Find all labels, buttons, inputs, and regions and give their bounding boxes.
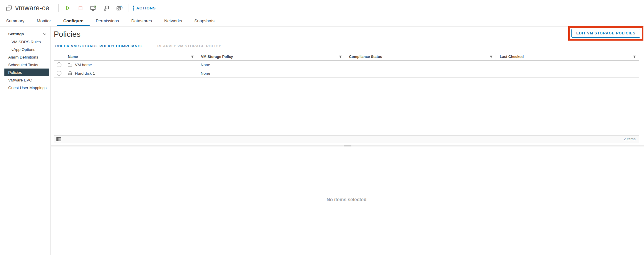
table-row[interactable]: VM home None [54, 61, 639, 69]
tab-permissions[interactable]: Permissions [90, 16, 125, 26]
row-compliance-status [345, 69, 496, 77]
tab-monitor[interactable]: Monitor [31, 16, 57, 26]
tab-configure[interactable]: Configure [57, 16, 89, 26]
configure-sidebar: Settings VM SDRS Rules vApp Options Alar… [0, 26, 51, 255]
row-last-checked [496, 69, 639, 77]
row-vm-storage-policy: None [197, 61, 345, 69]
tab-summary[interactable]: Summary [0, 16, 31, 26]
filter-icon[interactable] [633, 55, 636, 59]
table-header-vm-storage-policy[interactable]: VM Storage Policy [197, 53, 345, 60]
panel-splitter[interactable] [51, 145, 644, 146]
policies-toolbar: CHECK VM STORAGE POLICY COMPLIANCE REAPP… [54, 44, 639, 48]
column-label: Last Checked [500, 55, 524, 59]
row-vm-storage-policy: None [197, 69, 345, 77]
vm-title: vmware-ce [15, 4, 49, 12]
edit-vm-storage-policies-button[interactable]: EDIT VM STORAGE POLICIES [571, 29, 640, 38]
sidebar-item-vm-sdrs-rules[interactable]: VM SDRS Rules [4, 38, 49, 46]
table-header-radio-col [54, 53, 64, 60]
hard-disk-icon [68, 71, 72, 76]
row-name: Hard disk 1 [75, 71, 95, 76]
column-label: Compliance Status [349, 55, 382, 59]
schedule-task-icon[interactable] [115, 4, 124, 12]
column-label: Name [68, 55, 78, 59]
sidebar-item-vapp-options[interactable]: vApp Options [4, 46, 49, 53]
vm-icon [6, 5, 12, 11]
table-footer: 2 items [54, 135, 639, 143]
tab-datastores[interactable]: Datastores [125, 16, 158, 26]
check-compliance-link[interactable]: CHECK VM STORAGE POLICY COMPLIANCE [55, 44, 143, 48]
column-label: VM Storage Policy [201, 55, 233, 59]
policies-table: Name VM Storage Policy Compliance Status [54, 53, 639, 143]
sidebar-item-policies[interactable]: Policies [4, 69, 49, 76]
table-header-compliance-status[interactable]: Compliance Status [345, 53, 496, 60]
shut-down-icon[interactable] [76, 4, 85, 12]
table-header-last-checked[interactable]: Last Checked [496, 53, 639, 60]
tab-snapshots[interactable]: Snapshots [188, 16, 221, 26]
row-compliance-status [345, 61, 496, 69]
table-header-row: Name VM Storage Policy Compliance Status [54, 53, 639, 61]
tab-networks[interactable]: Networks [158, 16, 188, 26]
power-on-icon[interactable] [63, 4, 72, 12]
toolbar-divider [58, 4, 59, 12]
filter-icon[interactable] [339, 55, 342, 59]
actions-label: ACTIONS [136, 6, 156, 10]
row-last-checked [496, 61, 639, 69]
sidebar-section-label: Settings [8, 32, 24, 36]
annotation-highlight-box: EDIT VM STORAGE POLICIES [568, 26, 643, 41]
reapply-policy-link: REAPPLY VM STORAGE POLICY [157, 44, 221, 48]
row-radio-button[interactable] [57, 71, 61, 76]
launch-console-icon[interactable] [89, 4, 98, 12]
sidebar-item-alarm-definitions[interactable]: Alarm Definitions [4, 53, 49, 61]
sidebar-item-vmware-evc[interactable]: VMware EVC [4, 76, 49, 84]
policies-panel: Policies EDIT VM STORAGE POLICIES CHECK … [51, 26, 644, 255]
actions-button[interactable]: ACTIONS [133, 6, 156, 11]
vm-toolbar [63, 4, 124, 12]
splitter-handle[interactable] [344, 145, 351, 146]
folder-icon [68, 63, 72, 67]
row-name: VM home [75, 63, 92, 67]
sidebar-item-guest-user-mappings[interactable]: Guest User Mappings [4, 84, 49, 91]
empty-selection-message: No items selected [54, 197, 639, 202]
page-title: Policies [54, 30, 639, 39]
table-empty-space [54, 78, 639, 135]
column-chooser-icon[interactable] [56, 137, 61, 141]
vm-header: vmware-ce [0, 0, 644, 16]
chevron-down-icon [43, 33, 46, 35]
sidebar-item-scheduled-tasks[interactable]: Scheduled Tasks [4, 61, 49, 69]
table-header-name[interactable]: Name [64, 53, 197, 60]
sidebar-section-settings[interactable]: Settings [4, 30, 49, 38]
filter-icon[interactable] [191, 55, 194, 59]
filter-icon[interactable] [489, 55, 493, 59]
actions-menu-icon [133, 6, 134, 11]
toolbar-divider [128, 4, 128, 12]
tab-bar: Summary Monitor Configure Permissions Da… [0, 16, 644, 26]
snapshot-icon[interactable] [102, 4, 111, 12]
table-row[interactable]: Hard disk 1 None [54, 69, 639, 78]
items-count: 2 items [624, 137, 635, 141]
row-radio-button[interactable] [57, 62, 61, 67]
